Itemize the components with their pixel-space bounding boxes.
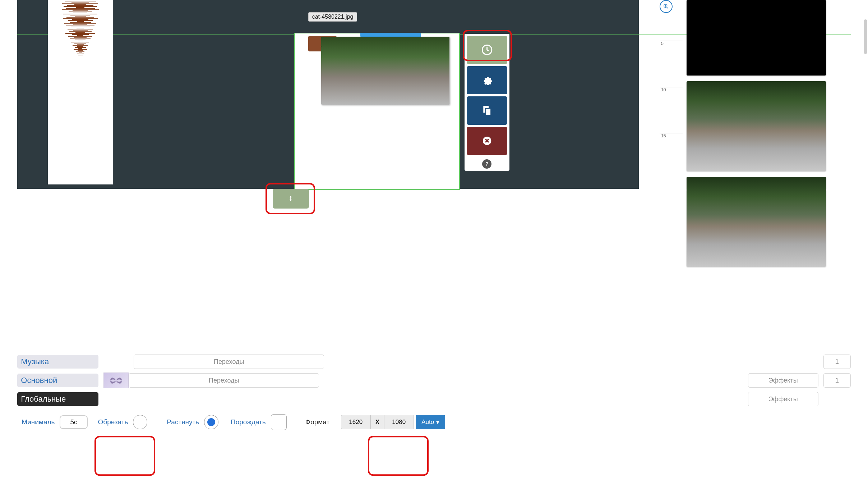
copy-button[interactable] (467, 96, 508, 124)
gear-icon (479, 74, 495, 87)
highlight-ring-stretch (368, 436, 429, 476)
help-button[interactable]: ? (482, 159, 491, 169)
transitions-dropdown-2[interactable]: Переходы (129, 373, 319, 388)
format-width-input[interactable] (341, 415, 370, 429)
ruler-mark: 10 (660, 87, 683, 92)
butterfly-thumb[interactable] (103, 373, 129, 388)
arrows-vertical-icon (287, 195, 294, 202)
stretch-radio[interactable] (204, 415, 218, 429)
butterfly-icon (108, 375, 124, 387)
highlight-ring-minimal (94, 436, 155, 476)
clip-top-handle[interactable] (360, 33, 421, 37)
format-label: Формат (305, 418, 330, 426)
delete-button[interactable] (467, 127, 508, 155)
copy-icon (479, 104, 495, 117)
count-box-1: 1 (823, 355, 851, 369)
duration-button[interactable] (467, 36, 508, 64)
stretch-label: Растянуть (167, 418, 199, 426)
minimal-label: Минималь (22, 418, 55, 426)
format-height-input[interactable] (384, 415, 414, 429)
count-box-2: 1 (823, 373, 851, 388)
spawn-checkbox[interactable] (271, 414, 287, 430)
crop-radio[interactable] (133, 415, 147, 429)
clips-sidebar: 5 10 15 20.833 (660, 0, 851, 271)
clip-thumb-cat[interactable] (687, 81, 826, 171)
clip-thumbnail[interactable] (321, 37, 450, 105)
global-tab[interactable]: Глобальные (17, 392, 98, 406)
filename-tooltip: cat-4580221.jpg (308, 12, 357, 22)
svg-rect-2 (485, 109, 491, 115)
minimal-input[interactable] (60, 415, 88, 429)
effects-dropdown[interactable]: Эффекты (748, 373, 818, 388)
spawn-label: Порождать (231, 418, 266, 426)
main-tab[interactable]: Основной (17, 374, 98, 387)
bottom-controls: Музыка Переходы 1 Основной Переходы Эффе… (17, 355, 850, 430)
scrollbar[interactable] (864, 19, 867, 54)
ruler-mark: 15 (660, 133, 683, 138)
caret-down-icon: ▾ (436, 419, 439, 426)
effects-dropdown-2[interactable]: Эффекты (748, 392, 818, 406)
clip-toolbar: ? (465, 34, 510, 171)
settings-button[interactable] (467, 66, 508, 94)
close-circle-icon (479, 134, 495, 147)
reorder-button[interactable] (273, 189, 309, 209)
transitions-dropdown[interactable]: Переходы (134, 355, 324, 369)
format-x-label: X (370, 415, 384, 429)
audio-waveform[interactable] (48, 0, 113, 184)
clip-thumb-cat[interactable] (687, 177, 826, 267)
crop-label: Обрезать (98, 418, 128, 426)
clip-thumb-black[interactable] (687, 0, 826, 76)
music-tab[interactable]: Музыка (17, 355, 98, 369)
clock-icon (479, 44, 495, 56)
ruler-mark: 5 (660, 41, 683, 46)
auto-button[interactable]: Auto▾ (416, 415, 445, 429)
time-ruler: 5 10 15 (660, 0, 683, 271)
